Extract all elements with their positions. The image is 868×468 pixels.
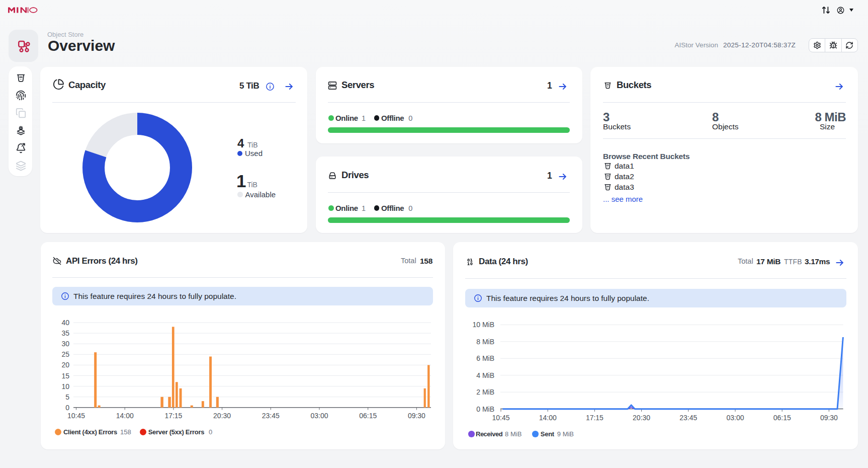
svg-text:5: 5 <box>65 393 69 401</box>
svg-text:2 MiB: 2 MiB <box>476 388 494 396</box>
svg-text:20:30: 20:30 <box>633 414 650 422</box>
svg-text:23:45: 23:45 <box>262 412 280 420</box>
svg-text:09:30: 09:30 <box>820 414 838 422</box>
svg-text:14:00: 14:00 <box>539 414 557 422</box>
svg-text:17:15: 17:15 <box>586 414 603 422</box>
svg-text:06:15: 06:15 <box>359 412 377 420</box>
svg-text:14:00: 14:00 <box>116 412 134 420</box>
svg-text:8 MiB: 8 MiB <box>476 338 494 346</box>
svg-text:30: 30 <box>61 340 69 348</box>
svg-text:0: 0 <box>65 404 69 412</box>
svg-text:10: 10 <box>61 382 69 391</box>
svg-text:17:15: 17:15 <box>164 412 182 420</box>
svg-text:09:30: 09:30 <box>408 412 425 420</box>
svg-text:25: 25 <box>61 350 69 358</box>
svg-text:10 MiB: 10 MiB <box>472 321 494 329</box>
svg-text:03:00: 03:00 <box>726 414 744 422</box>
svg-text:20: 20 <box>61 361 69 369</box>
svg-text:10:45: 10:45 <box>67 412 85 420</box>
svg-text:03:00: 03:00 <box>310 412 328 420</box>
svg-text:20:30: 20:30 <box>213 412 231 420</box>
svg-text:23:45: 23:45 <box>679 414 697 422</box>
svg-text:06:15: 06:15 <box>773 414 791 422</box>
svg-text:4 MiB: 4 MiB <box>476 371 494 379</box>
svg-text:40: 40 <box>61 319 69 327</box>
svg-text:0 MiB: 0 MiB <box>476 405 494 413</box>
svg-text:35: 35 <box>61 329 69 337</box>
svg-text:6 MiB: 6 MiB <box>476 354 494 362</box>
svg-text:15: 15 <box>61 372 69 380</box>
svg-text:10:45: 10:45 <box>492 414 509 422</box>
